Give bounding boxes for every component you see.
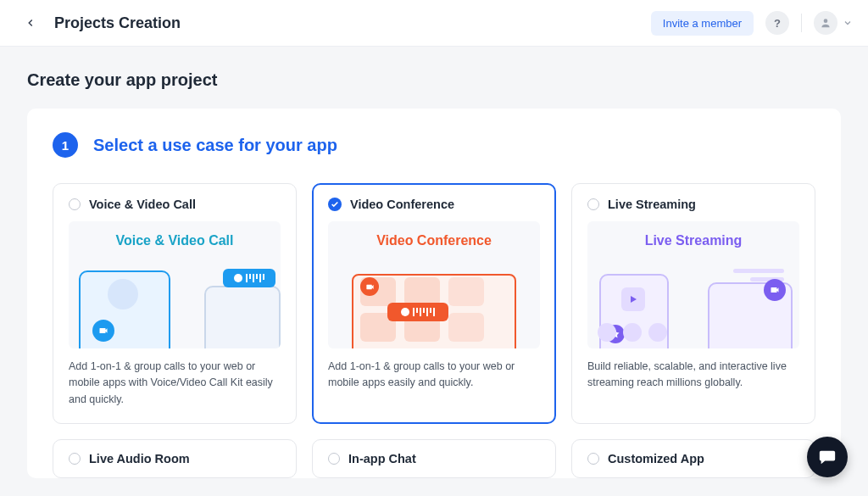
illustration-label: Video Conference [328, 221, 540, 248]
chevron-down-icon [843, 18, 853, 28]
card-head: Video Conference [328, 198, 540, 211]
step-header: 1 Select a use case for your app [53, 132, 815, 158]
use-case-card-live-streaming[interactable]: Live Streaming Live Streaming [571, 183, 815, 424]
user-menu[interactable] [814, 11, 853, 35]
card-title: Voice & Video Call [89, 198, 196, 211]
card-title: In-app Chat [348, 452, 416, 465]
use-case-grid-row2: Live Audio Room In-app Chat Customized A… [53, 439, 815, 478]
use-case-card-in-app-chat[interactable]: In-app Chat [312, 439, 556, 478]
use-case-card-voice-video-call[interactable]: Voice & Video Call Voice & Video Call A [53, 183, 297, 424]
chat-support-button[interactable] [807, 437, 848, 477]
camera-icon [92, 320, 114, 342]
svg-marker-1 [631, 296, 637, 303]
chevron-left-icon [25, 17, 36, 29]
radio-unchecked-icon [69, 198, 81, 210]
card-illustration: Video Conference [328, 221, 540, 348]
radio-checked-icon [328, 198, 342, 211]
radio-unchecked-icon [328, 453, 340, 465]
illustration-label: Live Streaming [587, 221, 799, 248]
help-button[interactable]: ? [765, 11, 789, 35]
radio-unchecked-icon [587, 198, 599, 210]
back-button[interactable] [20, 13, 41, 33]
main-content: Create your app project 1 Select a use c… [0, 47, 868, 478]
help-icon: ? [774, 17, 781, 30]
use-case-card-live-audio-room[interactable]: Live Audio Room [53, 439, 297, 478]
step-title: Select a use case for your app [93, 136, 337, 155]
radio-unchecked-icon [69, 453, 81, 465]
card-description: Add 1-on-1 & group calls to your web or … [69, 359, 281, 408]
svg-point-0 [824, 19, 828, 23]
top-bar: Projects Creation Invite a member ? [0, 0, 868, 47]
card-title: Live Streaming [608, 198, 696, 211]
card-description: Add 1-on-1 & group calls to your web or … [328, 359, 540, 392]
play-icon [621, 287, 645, 311]
divider [801, 14, 802, 32]
card-description: Build reliable, scalable, and interactiv… [587, 359, 799, 392]
camera-icon [360, 277, 379, 296]
use-case-card-video-conference[interactable]: Video Conference Video Conference Add 1 [312, 183, 556, 424]
card-head: Live Streaming [587, 198, 799, 211]
card-head: Voice & Video Call [69, 198, 281, 211]
audio-wave-icon [387, 303, 448, 321]
audio-wave-icon [223, 269, 275, 287]
use-case-grid: Voice & Video Call Voice & Video Call A [53, 183, 815, 424]
step-number-badge: 1 [53, 132, 78, 158]
camera-icon [764, 279, 786, 301]
card-head: Live Audio Room [69, 452, 281, 465]
card-head: In-app Chat [328, 452, 540, 465]
card-title: Video Conference [350, 198, 454, 211]
page-title: Projects Creation [54, 14, 651, 32]
card-head: Customized App [587, 452, 799, 465]
page-heading: Create your app project [27, 70, 841, 90]
card-illustration: Live Streaming [587, 221, 799, 348]
invite-member-button[interactable]: Invite a member [651, 11, 754, 36]
use-case-card-customized-app[interactable]: Customized App [571, 439, 815, 478]
user-icon [820, 17, 832, 29]
illustration-label: Voice & Video Call [69, 221, 281, 248]
card-title: Customized App [608, 452, 704, 465]
card-illustration: Voice & Video Call [69, 221, 281, 348]
chat-icon [818, 448, 837, 466]
avatar [814, 11, 837, 35]
step-panel: 1 Select a use case for your app Voice &… [27, 109, 841, 478]
radio-unchecked-icon [587, 453, 599, 465]
card-title: Live Audio Room [89, 452, 190, 465]
